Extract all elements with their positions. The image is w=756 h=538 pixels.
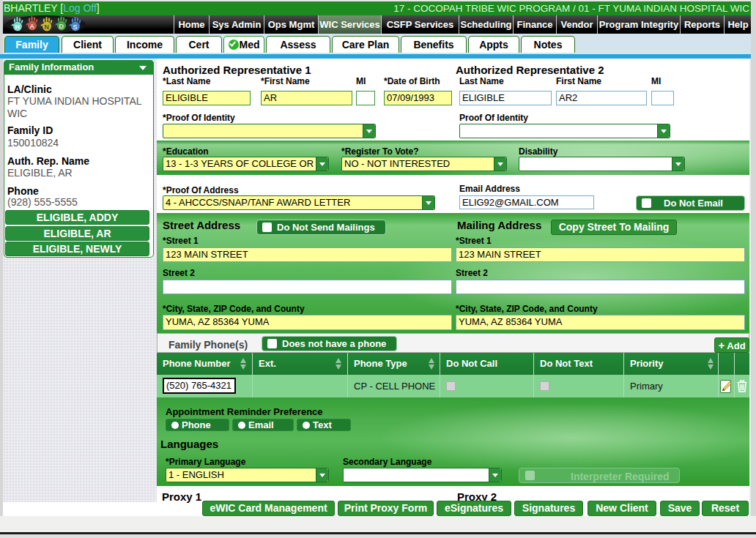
svg-text:D: D — [59, 23, 64, 30]
svg-text:S: S — [73, 23, 78, 31]
svg-text:N: N — [45, 23, 50, 31]
svg-text:A: A — [30, 23, 35, 30]
svg-text:H: H — [15, 23, 21, 31]
